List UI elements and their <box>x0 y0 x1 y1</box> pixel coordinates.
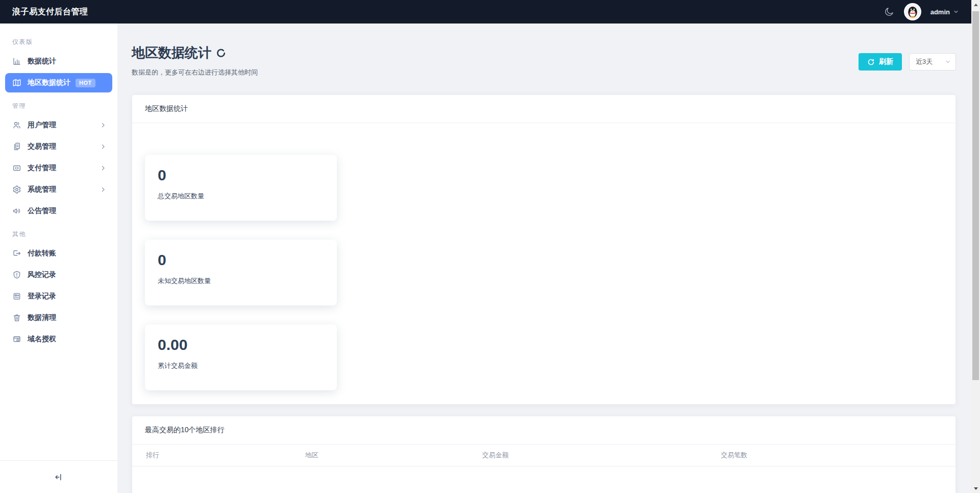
sidebar-item-label: 用户管理 <box>28 121 56 130</box>
sidebar-item-label: 数据清理 <box>28 313 56 322</box>
chevron-right-icon <box>100 144 106 150</box>
column-count: 交易笔数 <box>721 444 955 466</box>
refresh-label: 刷新 <box>879 57 893 66</box>
header-actions: admin <box>884 3 959 20</box>
sidebar-item-user-mgmt[interactable]: 用户管理 <box>5 115 112 135</box>
refresh-icon <box>867 58 875 66</box>
page-header-left: 地区数据统计 数据是的，更多可在右边进行选择其他时间 <box>132 44 258 77</box>
main-content: 地区数据统计 数据是的，更多可在右边进行选择其他时间 刷新 近3天 <box>117 24 971 493</box>
chevron-right-icon <box>100 122 106 128</box>
sidebar-item-login-log[interactable]: 登录记录 <box>5 287 112 306</box>
sidebar-section-dashboard: 仪表版 <box>0 38 117 52</box>
region-stats-card-title: 地区数据统计 <box>132 95 955 123</box>
scrollbar-up-arrow[interactable] <box>971 0 980 9</box>
gear-icon <box>12 185 21 194</box>
app-title: 浪子易支付后台管理 <box>12 7 88 17</box>
sidebar-item-trade-mgmt[interactable]: 交易管理 <box>5 137 112 156</box>
sidebar-item-region-stats[interactable]: 地区数据统计 HOT <box>5 73 112 92</box>
username: admin <box>930 8 950 16</box>
top-regions-table: 排行 地区 交易金额 交易笔数 <box>132 444 955 466</box>
os-scrollbar[interactable] <box>971 0 980 493</box>
sidebar-item-label: 公告管理 <box>28 206 56 216</box>
column-amount: 交易金额 <box>482 444 721 466</box>
sidebar-item-label: 风控记录 <box>28 270 56 279</box>
stat-value: 0.00 <box>158 337 324 353</box>
domain-icon <box>12 335 21 344</box>
stat-value: 0 <box>158 252 324 268</box>
user-avatar[interactable] <box>904 3 921 20</box>
page-title-row: 地区数据统计 <box>132 44 258 62</box>
column-region: 地区 <box>305 444 482 466</box>
sidebar-item-announcement-mgmt[interactable]: 公告管理 <box>5 201 112 221</box>
top-regions-card: 最高交易的10个地区排行 排行 地区 交易金额 交易笔数 <box>132 416 956 493</box>
sidebar-collapse-icon[interactable] <box>54 472 64 482</box>
stat-label: 累计交易金额 <box>158 361 324 370</box>
sidebar-item-payment-mgmt[interactable]: 支付管理 <box>5 158 112 178</box>
sidebar-section-other: 其他 <box>0 230 117 244</box>
stat-value: 0 <box>158 168 324 183</box>
sidebar-section-management: 管理 <box>0 102 117 115</box>
megaphone-icon <box>12 206 21 216</box>
stat-total-amount: 0.00 累计交易金额 <box>145 324 337 390</box>
scrollbar-thumb[interactable] <box>972 11 979 380</box>
sidebar-item-label: 地区数据统计 <box>28 78 70 87</box>
sidebar-item-system-mgmt[interactable]: 系统管理 <box>5 180 112 199</box>
time-range-select[interactable]: 近3天 <box>909 53 956 71</box>
sidebar-item-label: 数据统计 <box>28 57 56 66</box>
sidebar-footer <box>0 460 117 493</box>
top-regions-card-title: 最高交易的10个地区排行 <box>132 416 955 444</box>
sidebar-item-data-clean[interactable]: 数据清理 <box>5 308 112 327</box>
bar-chart-icon <box>12 57 21 66</box>
page-header: 地区数据统计 数据是的，更多可在右边进行选择其他时间 刷新 近3天 <box>132 44 956 77</box>
sidebar: 仪表版 数据统计 地区数据统计 HOT 管理 <box>0 24 117 493</box>
sidebar-item-data-stats[interactable]: 数据统计 <box>5 52 112 71</box>
time-range-value: 近3天 <box>916 57 933 66</box>
map-icon <box>12 78 21 87</box>
chevron-down-icon <box>953 9 959 15</box>
top-header-bar: 浪子易支付后台管理 admin <box>0 0 971 24</box>
page-subtitle: 数据是的，更多可在右边进行选择其他时间 <box>132 68 258 77</box>
sidebar-item-label: 登录记录 <box>28 292 56 301</box>
region-stats-card-body: 0 总交易地区数量 0 未知交易地区数量 0.00 累计交易金额 <box>132 123 955 404</box>
sidebar-nav: 仪表版 数据统计 地区数据统计 HOT 管理 <box>0 24 117 349</box>
stat-unknown-regions: 0 未知交易地区数量 <box>145 240 337 306</box>
loading-arc-icon <box>216 49 226 58</box>
sidebar-item-transfer[interactable]: 付款转账 <box>5 244 112 263</box>
region-stats-card: 地区数据统计 0 总交易地区数量 0 未知交易地区数量 0.00 累计交易金额 <box>132 95 956 405</box>
chevron-right-icon <box>100 165 106 171</box>
users-icon <box>12 121 21 130</box>
chevron-right-icon <box>100 186 106 193</box>
user-menu[interactable]: admin <box>930 8 959 16</box>
stat-label: 总交易地区数量 <box>158 192 324 201</box>
sidebar-item-label: 付款转账 <box>28 249 56 258</box>
sidebar-item-label: 系统管理 <box>28 185 56 194</box>
transfer-out-icon <box>12 249 21 258</box>
sidebar-item-risk-log[interactable]: 风控记录 <box>5 265 112 285</box>
sidebar-item-label: 交易管理 <box>28 142 56 151</box>
page-title: 地区数据统计 <box>132 44 211 62</box>
log-document-icon <box>12 292 21 301</box>
chevron-down-icon <box>945 59 951 65</box>
shield-alert-icon <box>12 270 21 279</box>
documents-icon <box>12 142 21 151</box>
scrollbar-down-arrow[interactable] <box>971 484 980 493</box>
hot-badge: HOT <box>76 79 95 87</box>
table-header-row: 排行 地区 交易金额 交易笔数 <box>132 444 955 466</box>
dark-mode-moon-icon[interactable] <box>884 6 895 17</box>
page-header-controls: 刷新 近3天 <box>859 53 956 77</box>
sidebar-item-label: 域名授权 <box>28 335 56 344</box>
stat-total-regions: 0 总交易地区数量 <box>145 155 337 221</box>
payment-card-icon <box>12 163 21 173</box>
column-rank: 排行 <box>132 444 305 466</box>
refresh-button[interactable]: 刷新 <box>859 53 902 71</box>
trash-icon <box>12 313 21 322</box>
sidebar-item-label: 支付管理 <box>28 163 56 173</box>
stat-label: 未知交易地区数量 <box>158 276 324 286</box>
sidebar-item-domain-auth[interactable]: 域名授权 <box>5 330 112 349</box>
